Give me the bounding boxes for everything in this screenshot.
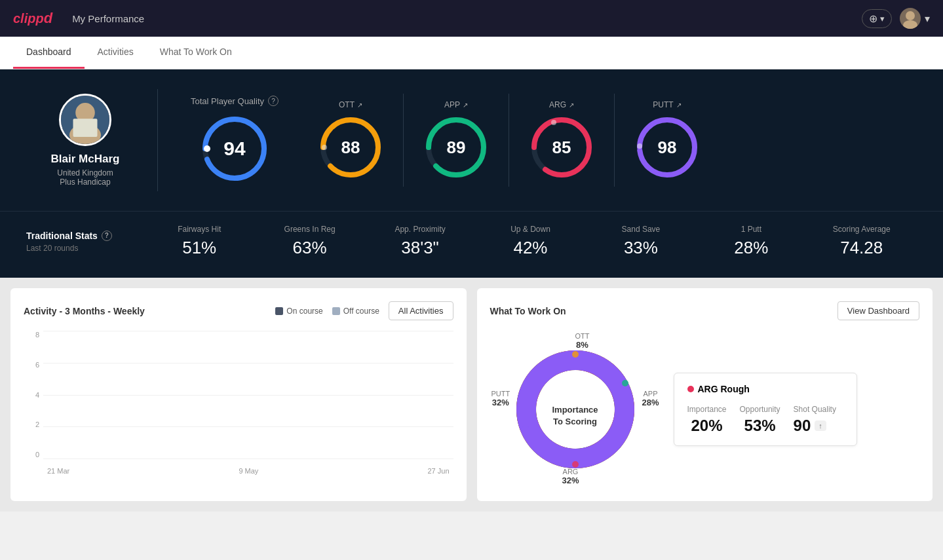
stats-title: Traditional Stats ? bbox=[26, 231, 144, 241]
app-block: APP ↗ 89 bbox=[404, 94, 509, 187]
activity-panel-header: Activity - 3 Months - Weekly On course O… bbox=[24, 301, 453, 320]
stat-sandsave: Sand Save 33% bbox=[586, 225, 696, 258]
hero-divider bbox=[157, 89, 158, 191]
what-to-work-on-title: What To Work On bbox=[490, 306, 566, 316]
activity-chart-title: Activity - 3 Months - Weekly bbox=[24, 306, 145, 316]
shot-quality-metric: Shot Quality 90 ↑ bbox=[794, 405, 836, 435]
player-country: United Kingdom bbox=[57, 168, 113, 177]
ott-circle: 88 bbox=[318, 115, 383, 180]
app-arrow: ↗ bbox=[463, 102, 468, 109]
what-to-work-on-panel: What To Work On View Dashboard bbox=[477, 288, 933, 501]
header-right: ⊕ ▾ ▾ bbox=[862, 8, 930, 29]
stat-greens: Greens In Reg 63% bbox=[254, 225, 364, 258]
putt-label: PUTT ↗ bbox=[653, 100, 681, 109]
ott-arrow: ↗ bbox=[357, 102, 362, 109]
stats-sub: Last 20 rounds bbox=[26, 244, 144, 253]
legend-on-course: On course bbox=[275, 307, 322, 316]
stat-oneputt: 1 Putt 28% bbox=[696, 225, 806, 258]
svg-point-11 bbox=[322, 145, 327, 150]
app-value: 89 bbox=[447, 138, 466, 158]
legend-off-course: Off course bbox=[332, 307, 379, 316]
stats-bar: Traditional Stats ? Last 20 rounds Fairw… bbox=[0, 211, 943, 278]
svg-point-28 bbox=[572, 461, 579, 468]
putt-block: PUTT ↗ 98 bbox=[615, 94, 720, 187]
donut-center: ImportanceTo Scoring bbox=[552, 404, 598, 428]
putt-arrow: ↗ bbox=[676, 102, 682, 109]
info-card: ARG Rough Importance 20% Opportunity 53%… bbox=[674, 373, 857, 446]
stat-updown: Up & Down 42% bbox=[475, 225, 585, 258]
svg-point-27 bbox=[622, 380, 628, 386]
donut-panel: ImportanceTo Scoring OTT 8% APP 28% ARG … bbox=[490, 331, 920, 488]
ott-label: OTT ↗ bbox=[339, 100, 362, 109]
x-axis: 21 Mar 9 May 27 Jun bbox=[43, 467, 453, 475]
on-course-dot bbox=[275, 307, 283, 315]
ott-block: OTT ↗ 88 bbox=[298, 94, 404, 187]
bottom-panels: Activity - 3 Months - Weekly On course O… bbox=[0, 278, 943, 512]
chart-area: 8 6 4 2 0 21 Mar 9 May 27 Jun bbox=[24, 331, 453, 475]
svg-point-20 bbox=[637, 143, 642, 149]
stat-fairways: Fairways Hit 51% bbox=[144, 225, 254, 258]
app-donut-label: APP 28% bbox=[642, 390, 659, 407]
stats-label: Traditional Stats ? Last 20 rounds bbox=[26, 231, 144, 253]
donut-wrapper: ImportanceTo Scoring OTT 8% APP 28% ARG … bbox=[490, 331, 661, 488]
arg-block: ARG ↗ 85 bbox=[509, 94, 615, 187]
donut-center-text: ImportanceTo Scoring bbox=[552, 404, 598, 428]
y-axis: 8 6 4 2 0 bbox=[24, 331, 42, 458]
stat-scoring: Scoring Average 74.28 bbox=[807, 225, 917, 258]
help-icon[interactable]: ? bbox=[268, 96, 279, 106]
x-label-2: 9 May bbox=[239, 467, 258, 475]
svg-point-8 bbox=[204, 145, 210, 152]
x-label-3: 27 Jun bbox=[427, 467, 449, 475]
player-handicap: Plus Handicap bbox=[60, 177, 110, 187]
putt-donut-label: PUTT 32% bbox=[491, 390, 510, 407]
info-card-metrics: Importance 20% Opportunity 53% Shot Qual… bbox=[687, 405, 843, 435]
plus-icon: ⊕ bbox=[869, 12, 877, 25]
arg-circle: 85 bbox=[529, 115, 594, 180]
arg-label: ARG ↗ bbox=[549, 100, 574, 109]
svg-rect-5 bbox=[73, 119, 98, 137]
tab-activities[interactable]: Activities bbox=[85, 37, 147, 69]
importance-metric: Importance 20% bbox=[687, 405, 727, 435]
arg-rough-indicator bbox=[687, 386, 694, 392]
arg-arrow: ↗ bbox=[569, 102, 574, 109]
player-avatar bbox=[59, 94, 111, 146]
player-info: Blair McHarg United Kingdom Plus Handica… bbox=[26, 94, 144, 187]
svg-point-0 bbox=[906, 11, 915, 20]
stat-proximity: App. Proximity 38'3" bbox=[365, 225, 475, 258]
total-quality-circle: 94 bbox=[199, 113, 271, 185]
svg-point-14 bbox=[426, 145, 431, 150]
svg-point-26 bbox=[572, 351, 579, 358]
chart-legend: On course Off course bbox=[275, 307, 379, 316]
player-name: Blair McHarg bbox=[51, 153, 120, 166]
svg-point-1 bbox=[903, 20, 917, 29]
stats-help-icon[interactable]: ? bbox=[102, 231, 112, 241]
ott-value: 88 bbox=[341, 138, 360, 158]
svg-point-29 bbox=[522, 426, 529, 432]
chevron-down-icon: ▾ bbox=[925, 12, 930, 25]
off-course-dot bbox=[332, 307, 340, 315]
arg-value: 85 bbox=[552, 138, 571, 158]
ott-donut-label: OTT 8% bbox=[575, 332, 590, 350]
putt-circle: 98 bbox=[634, 115, 700, 180]
svg-point-17 bbox=[551, 120, 556, 125]
all-activities-button[interactable]: All Activities bbox=[389, 301, 453, 320]
total-quality-block: Total Player Quality ? 94 bbox=[171, 89, 298, 191]
logo: clippd bbox=[13, 10, 52, 27]
total-quality-value: 94 bbox=[223, 138, 245, 160]
hero-section: Blair McHarg United Kingdom Plus Handica… bbox=[0, 69, 943, 211]
tab-dashboard[interactable]: Dashboard bbox=[13, 37, 85, 69]
arg-donut-label: ARG 32% bbox=[562, 468, 579, 485]
x-label-1: 21 Mar bbox=[47, 467, 69, 475]
tab-what-to-work-on[interactable]: What To Work On bbox=[147, 37, 245, 69]
info-card-title: ARG Rough bbox=[687, 384, 843, 394]
add-button[interactable]: ⊕ ▾ bbox=[862, 9, 892, 28]
what-to-work-on-header: What To Work On View Dashboard bbox=[490, 301, 920, 320]
activity-panel: Activity - 3 Months - Weekly On course O… bbox=[10, 288, 467, 501]
app-label: APP ↗ bbox=[444, 100, 468, 109]
putt-value: 98 bbox=[658, 138, 677, 158]
hero-metrics: Total Player Quality ? 94 OTT ↗ bbox=[171, 89, 917, 191]
avatar bbox=[900, 8, 921, 29]
view-dashboard-button[interactable]: View Dashboard bbox=[837, 301, 919, 320]
shot-quality-badge: ↑ bbox=[815, 420, 826, 431]
total-quality-label: Total Player Quality ? bbox=[191, 96, 279, 106]
